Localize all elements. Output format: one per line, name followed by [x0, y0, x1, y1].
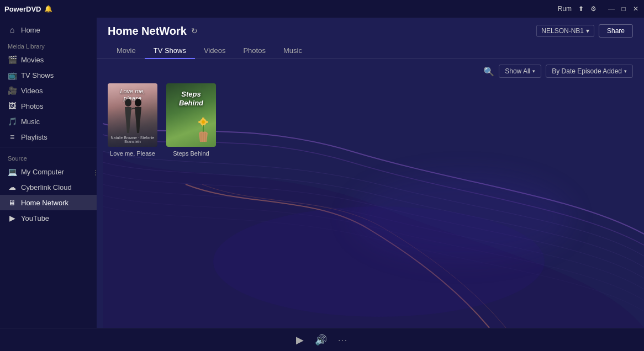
content-header-left: Home NetWork ↻	[108, 25, 198, 38]
movies-icon: 🎬	[8, 55, 17, 64]
movies-label: Movies	[21, 56, 44, 64]
love-me-please-label: Love me, Please	[110, 150, 155, 157]
sidebar: ⌂ Home Meida Library 🎬 Movies 📺 TV Shows…	[0, 18, 97, 328]
show-all-label: Show All	[505, 67, 530, 75]
svg-point-0	[351, 173, 572, 262]
refresh-icon[interactable]: ↻	[191, 26, 198, 35]
playlists-label: Playlists	[21, 133, 47, 141]
cloud-label: Cyberlink Cloud	[21, 183, 72, 192]
photos-icon: 🖼	[8, 102, 17, 110]
main-layout: ⌂ Home Meida Library 🎬 Movies 📺 TV Shows…	[0, 18, 644, 328]
share-icon[interactable]: ⬆	[578, 5, 584, 13]
media-thumb-steps-behind: StepsBehind	[166, 83, 216, 147]
sidebar-item-playlists[interactable]: ≡ Playlists	[0, 129, 97, 145]
music-icon: 🎵	[8, 117, 17, 126]
homenetwork-icon: 🖥	[8, 198, 17, 207]
share-button[interactable]: Share	[599, 24, 633, 38]
sidebar-home-label: Home	[21, 26, 40, 34]
sidebar-divider	[0, 147, 97, 147]
tvshows-label: TV Shows	[21, 71, 54, 79]
videos-label: Videos	[21, 87, 43, 95]
sidebar-item-homenetwork[interactable]: 🖥 Home Network	[0, 195, 97, 210]
device-selector[interactable]: NELSON-NB1 ▾	[536, 25, 594, 37]
tab-tvshows[interactable]: TV Shows	[145, 43, 195, 59]
mycomputer-icon: 💻	[8, 167, 17, 176]
sidebar-item-tvshows[interactable]: 📺 TV Shows	[0, 67, 97, 83]
content-area: Home NetWork ↻ NELSON-NB1 ▾ Share Movie …	[97, 18, 644, 328]
media-card-love-me-please[interactable]: Love me,please	[108, 83, 157, 157]
device-chevron-icon: ▾	[586, 27, 589, 35]
love-credits: Natalie Browne · Stefanie Branstein	[108, 136, 157, 143]
search-button[interactable]: 🔍	[483, 66, 494, 77]
title-bar-left: PowerDVD 🔔	[4, 5, 52, 13]
tab-music[interactable]: Music	[275, 43, 311, 59]
sidebar-source-label: Source	[0, 150, 97, 164]
window-controls: — □ ✕	[608, 5, 640, 13]
sidebar-item-videos[interactable]: 🎥 Videos	[0, 83, 97, 98]
tabs: Movie TV Shows Videos Photos Music	[97, 38, 644, 59]
sidebar-item-music[interactable]: 🎵 Music	[0, 114, 97, 129]
play-button[interactable]: ▶	[296, 334, 304, 346]
couple-silhouette-icon	[116, 97, 149, 136]
homenetwork-label: Home Network	[21, 199, 68, 207]
media-thumb-steps-bg: StepsBehind	[166, 83, 216, 147]
more-button[interactable]: ···	[338, 336, 348, 344]
svg-point-2	[125, 99, 131, 107]
device-label: NELSON-NB1	[541, 27, 584, 35]
steps-title: StepsBehind	[179, 90, 203, 107]
sidebar-item-cloud[interactable]: ☁ Cyberlink Cloud	[0, 179, 97, 195]
content-main: Love me,please	[97, 83, 644, 328]
user-label: Rum	[558, 5, 572, 13]
photos-label: Photos	[21, 102, 43, 110]
sidebar-item-movies[interactable]: 🎬 Movies	[0, 52, 97, 67]
sidebar-media-library-label: Meida Library	[0, 38, 97, 52]
svg-point-7	[205, 121, 208, 123]
maximize-button[interactable]: □	[620, 5, 627, 13]
title-bar-right: Rum ⬆ ⚙ — □ ✕	[558, 5, 640, 13]
content-header: Home NetWork ↻ NELSON-NB1 ▾ Share	[97, 18, 644, 38]
app-logo: PowerDVD	[4, 5, 41, 13]
sort-chevron-icon: ▾	[624, 68, 627, 74]
sort-label: By Date Episode Added	[552, 67, 622, 75]
minimize-button[interactable]: —	[608, 5, 615, 13]
home-icon: ⌂	[8, 25, 17, 34]
sidebar-item-home[interactable]: ⌂ Home	[0, 22, 97, 38]
youtube-label: YouTube	[21, 214, 49, 222]
content-grid: Love me,please	[97, 83, 644, 157]
sidebar-item-mycomputer[interactable]: 💻 My Computer	[0, 164, 97, 179]
bell-icon[interactable]: 🔔	[44, 5, 52, 13]
show-all-filter[interactable]: Show All ▾	[499, 65, 541, 78]
tvshows-icon: 📺	[8, 71, 17, 79]
hand-flower-icon	[192, 118, 212, 142]
youtube-icon: ▶	[8, 214, 17, 222]
tab-movie[interactable]: Movie	[108, 43, 145, 59]
svg-point-5	[202, 120, 205, 124]
svg-point-6	[198, 121, 202, 123]
bottom-bar: ▶ 🔊 ···	[0, 328, 644, 351]
sidebar-item-photos[interactable]: 🖼 Photos	[0, 98, 97, 114]
toolbar: 🔍 Show All ▾ By Date Episode Added ▾	[97, 59, 644, 83]
tab-videos[interactable]: Videos	[195, 43, 235, 59]
volume-button[interactable]: 🔊	[315, 334, 327, 346]
media-thumb-love-bg: Love me,please	[108, 83, 157, 147]
settings-icon[interactable]: ⚙	[590, 5, 597, 13]
sidebar-item-youtube[interactable]: ▶ YouTube	[0, 210, 97, 226]
media-card-steps-behind[interactable]: StepsBehind	[166, 83, 216, 157]
playlists-icon: ≡	[8, 132, 17, 141]
show-all-chevron-icon: ▾	[532, 68, 535, 74]
content-header-right: NELSON-NB1 ▾ Share	[536, 24, 633, 38]
close-button[interactable]: ✕	[632, 5, 640, 13]
title-bar: PowerDVD 🔔 Rum ⬆ ⚙ — □ ✕	[0, 0, 644, 18]
mycomputer-label: My Computer	[21, 168, 64, 176]
music-label: Music	[21, 118, 40, 126]
page-title: Home NetWork	[108, 25, 187, 38]
sort-filter[interactable]: By Date Episode Added ▾	[546, 65, 633, 78]
media-thumb-love-me-please: Love me,please	[108, 83, 157, 147]
svg-point-1	[213, 206, 545, 317]
tab-photos[interactable]: Photos	[234, 43, 274, 59]
svg-point-3	[135, 99, 141, 107]
videos-icon: 🎥	[8, 86, 17, 95]
cloud-icon: ☁	[8, 183, 17, 192]
steps-behind-label: Steps Behind	[173, 150, 209, 157]
